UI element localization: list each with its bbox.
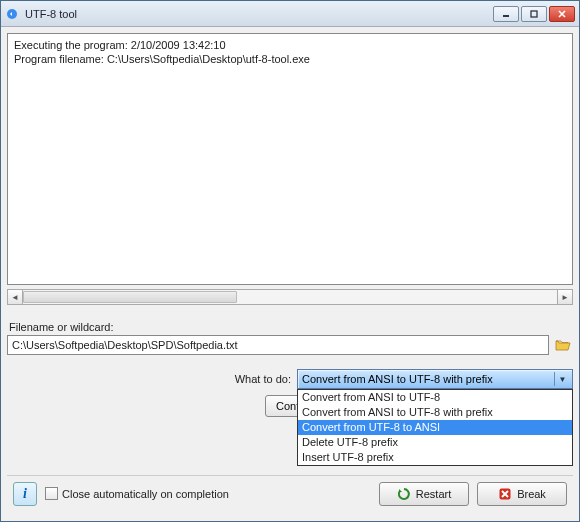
scroll-left-arrow-icon[interactable]: ◄ xyxy=(7,289,23,305)
browse-button[interactable] xyxy=(553,336,573,354)
svg-rect-2 xyxy=(531,11,537,17)
dropdown-option[interactable]: Convert from ANSI to UTF-8 xyxy=(298,390,572,405)
window-title: UTF-8 tool xyxy=(25,8,493,20)
close-button[interactable] xyxy=(549,6,575,22)
break-label: Break xyxy=(517,488,546,500)
restart-icon xyxy=(397,487,411,501)
folder-open-icon xyxy=(555,338,571,352)
dropdown-option[interactable]: Insert UTF-8 prefix xyxy=(298,450,572,465)
what-to-do-label: What to do: xyxy=(7,373,297,385)
filename-section: Filename or wildcard: xyxy=(7,321,573,355)
log-line: Executing the program: 2/10/2009 13:42:1… xyxy=(14,38,566,52)
scroll-right-arrow-icon[interactable]: ► xyxy=(557,289,573,305)
dropdown-option[interactable]: Delete UTF-8 prefix xyxy=(298,435,572,450)
minimize-button[interactable] xyxy=(493,6,519,22)
stop-icon xyxy=(498,487,512,501)
what-to-do-dropdown[interactable]: Convert from ANSI to UTF-8 Convert from … xyxy=(297,389,573,466)
titlebar[interactable]: UTF-8 tool xyxy=(1,1,579,27)
scroll-track[interactable] xyxy=(23,289,557,305)
close-on-completion-label: Close automatically on completion xyxy=(62,488,229,500)
maximize-button[interactable] xyxy=(521,6,547,22)
combo-selected-text: Convert from ANSI to UTF-8 with prefix xyxy=(302,373,493,385)
filename-input[interactable] xyxy=(7,335,549,355)
what-to-do-row: What to do: Convert from ANSI to UTF-8 w… xyxy=(7,369,573,389)
log-textarea[interactable]: Executing the program: 2/10/2009 13:42:1… xyxy=(7,33,573,285)
svg-rect-1 xyxy=(503,15,509,17)
dropdown-option[interactable]: Convert from ANSI to UTF-8 with prefix xyxy=(298,405,572,420)
restart-button[interactable]: Restart xyxy=(379,482,469,506)
dropdown-option[interactable]: Convert from UTF-8 to ANSI xyxy=(298,420,572,435)
content-area: Executing the program: 2/10/2009 13:42:1… xyxy=(1,27,579,521)
app-window: UTF-8 tool Executing the program: 2/10/2… xyxy=(0,0,580,522)
what-to-do-combobox[interactable]: Convert from ANSI to UTF-8 with prefix ▼ xyxy=(297,369,573,389)
window-buttons xyxy=(493,6,575,22)
log-line: Program filename: C:\Users\Softpedia\Des… xyxy=(14,52,566,66)
close-on-completion-checkbox[interactable] xyxy=(45,487,58,500)
info-button[interactable]: i xyxy=(13,482,37,506)
what-to-do-combo-wrap: Convert from ANSI to UTF-8 with prefix ▼… xyxy=(297,369,573,389)
filename-label: Filename or wildcard: xyxy=(7,321,573,333)
break-button[interactable]: Break xyxy=(477,482,567,506)
bottom-bar: i Close automatically on completion Rest… xyxy=(7,475,573,515)
app-icon xyxy=(5,7,19,21)
chevron-down-icon: ▼ xyxy=(554,372,570,386)
close-on-completion-row[interactable]: Close automatically on completion xyxy=(45,487,229,500)
restart-label: Restart xyxy=(416,488,451,500)
horizontal-scrollbar[interactable]: ◄ ► xyxy=(7,287,573,307)
scroll-thumb[interactable] xyxy=(23,291,237,303)
